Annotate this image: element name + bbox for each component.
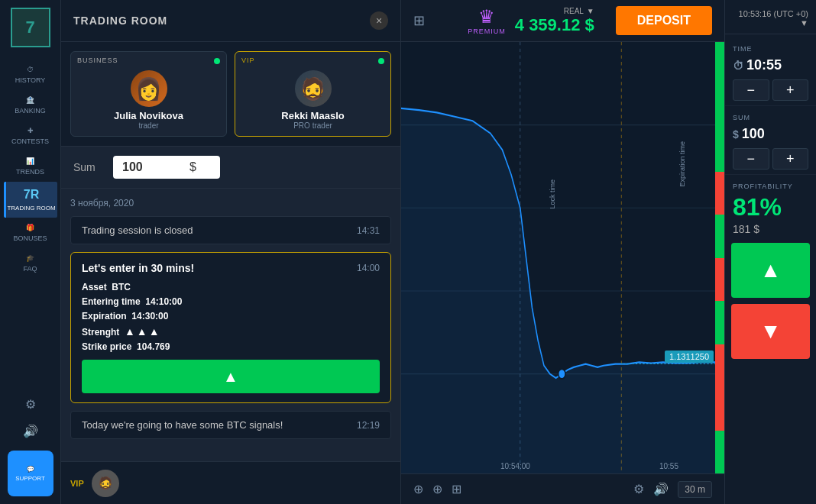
svg-point-7 bbox=[559, 369, 565, 379]
sidebar-item-label: BANKING bbox=[15, 107, 46, 115]
closed-time: 14:31 bbox=[357, 225, 380, 236]
trader-card-business[interactable]: BUSINESS 👩 Julia Novikova trader bbox=[70, 51, 227, 137]
center-info: ♛ PREMIUM REAL ▼ 4 359.12 $ DEPOSIT bbox=[468, 6, 712, 35]
support-label: SUPPORT bbox=[15, 475, 45, 482]
strength-label: Strenght bbox=[82, 327, 119, 338]
time-section: TIME ⏱ 10:55 − + bbox=[725, 37, 816, 106]
bottom-left-controls: ⊕ ⊕ ⊞ bbox=[413, 482, 461, 496]
profit-percent: 81% bbox=[733, 193, 808, 221]
profit-amount: 181 $ bbox=[733, 223, 808, 235]
signal-card: Let's enter in 30 mins! 14:00 Asset BTC … bbox=[70, 252, 391, 403]
clock-icon: ⏱ bbox=[733, 60, 743, 72]
sum-controls: − + bbox=[733, 148, 808, 170]
messages-area: 3 ноября, 2020 Trading session is closed… bbox=[61, 189, 400, 461]
chart-wrapper: Lock time Expiration time 1.1311250 10:5… bbox=[401, 42, 724, 473]
sum-increase-button[interactable]: + bbox=[772, 148, 809, 170]
expiration-label: Expiration bbox=[82, 311, 127, 321]
clock-display[interactable]: 10:53:16 (UTC +0) ▼ bbox=[725, 6, 816, 34]
trader-role-rekki: PRO trader bbox=[293, 121, 332, 130]
deposit-button[interactable]: DEPOSIT bbox=[616, 6, 712, 35]
sidebar-item-contests[interactable]: ✚ CONTESTS bbox=[4, 121, 57, 151]
settings-icon[interactable]: ⚙ bbox=[25, 397, 36, 412]
strike-detail: Strike price 104.769 bbox=[82, 341, 380, 352]
sidebar: 7 ⏱ HISTORY 🏦 BANKING ✚ CONTESTS 📊 TREND… bbox=[0, 0, 61, 504]
sound-icon-chart[interactable]: 🔊 bbox=[653, 482, 669, 496]
settings-icon-chart[interactable]: ⚙ bbox=[633, 482, 644, 496]
banking-icon: 🏦 bbox=[26, 96, 34, 104]
signal-title: Let's enter in 30 mins! bbox=[82, 262, 194, 274]
sidebar-item-label: HISTORY bbox=[15, 76, 46, 84]
bottom-controls: ⊕ ⊕ ⊞ ⚙ 🔊 30 m bbox=[401, 473, 724, 504]
sum-section: SUM $ 100 − + bbox=[725, 106, 816, 175]
entering-detail: Entering time 14:10:00 bbox=[82, 296, 380, 307]
signal-time: 14:00 bbox=[357, 263, 380, 273]
sidebar-item-history[interactable]: ⏱ HISTORY bbox=[4, 60, 57, 90]
logo[interactable]: 7 bbox=[11, 8, 50, 47]
sum-input[interactable] bbox=[122, 160, 183, 174]
user-thumbnail: 🧔 bbox=[92, 470, 119, 497]
trader-name-rekki: Rekki Maaslo bbox=[281, 110, 344, 121]
trader-card-vip[interactable]: VIP 🧔 Rekki Maaslo PRO trader bbox=[235, 51, 391, 137]
panel-header: TRADING ROOM × bbox=[61, 0, 400, 42]
session-closed-message: Trading session is closed 14:31 bbox=[70, 216, 391, 244]
up-arrow-icon: ▲ bbox=[223, 368, 238, 386]
sum-decrease-button[interactable]: − bbox=[733, 148, 769, 170]
time-label-left: 10:54:00 bbox=[500, 462, 530, 470]
zoom-icon[interactable]: ⊕ bbox=[432, 482, 442, 496]
sound-icon[interactable]: 🔊 bbox=[23, 424, 38, 438]
panel-title: TRADING ROOM bbox=[73, 15, 167, 27]
grid-icon[interactable]: ⊞ bbox=[413, 12, 425, 29]
support-button[interactable]: 💬 SUPPORT bbox=[8, 451, 53, 496]
asset-detail: Asset BTC bbox=[82, 282, 380, 292]
logo-text: 7 bbox=[25, 18, 34, 37]
profitability-section: PROFITABILITY 81% 181 $ bbox=[725, 175, 816, 240]
right-panel: 10:53:16 (UTC +0) ▼ TIME ⏱ 10:55 − + SUM… bbox=[724, 0, 816, 504]
vip-label: VIP bbox=[70, 479, 84, 488]
trader-cards: BUSINESS 👩 Julia Novikova trader VIP 🧔 R… bbox=[61, 42, 400, 147]
dropdown-icon[interactable]: ▼ bbox=[587, 7, 594, 15]
time-decrease-button[interactable]: − bbox=[733, 79, 769, 101]
sum-row: Sum $ bbox=[61, 147, 400, 189]
up-arrow-icon: ▲ bbox=[760, 258, 782, 283]
trade-up-button[interactable]: ▲ bbox=[731, 243, 810, 298]
dollar-icon: $ bbox=[733, 128, 739, 141]
time-label: TIME bbox=[733, 45, 808, 53]
sidebar-item-banking[interactable]: 🏦 BANKING bbox=[4, 90, 57, 121]
timeframe-selector[interactable]: 30 m bbox=[678, 481, 712, 498]
chart-svg bbox=[401, 42, 724, 473]
sum-label: Sum bbox=[73, 161, 104, 173]
trade-down-button[interactable]: ▼ bbox=[731, 304, 810, 359]
trader-name-julia: Julia Novikova bbox=[114, 110, 183, 121]
online-indicator bbox=[214, 58, 220, 64]
premium-label: PREMIUM bbox=[468, 27, 506, 35]
btc-text: Today we're going to have some BTC signa… bbox=[82, 419, 283, 431]
sidebar-item-bonuses[interactable]: 🎁 BONUSES bbox=[4, 218, 57, 248]
entering-value: 14:10:00 bbox=[145, 296, 182, 307]
balance-value: 4 359.12 $ bbox=[515, 15, 594, 35]
btc-signals-message: Today we're going to have some BTC signa… bbox=[70, 411, 391, 439]
trading-room-panel: TRADING ROOM × BUSINESS 👩 Julia Novikova… bbox=[61, 0, 401, 504]
lock-time-label: Lock time bbox=[549, 179, 556, 209]
sum-input-box[interactable]: $ bbox=[113, 156, 220, 179]
trading-room-icon: 7R bbox=[24, 188, 39, 202]
expiry-time-label: Expiration time bbox=[678, 141, 686, 187]
time-label-right: 10:55 bbox=[659, 462, 678, 470]
time-increase-button[interactable]: + bbox=[772, 79, 809, 101]
sidebar-item-faq[interactable]: 🎓 FAQ bbox=[4, 248, 57, 279]
chart-area: ⊞ ♛ PREMIUM REAL ▼ 4 359.12 $ DEPOSIT bbox=[401, 0, 724, 504]
sidebar-item-trends[interactable]: 📊 TRENDS bbox=[4, 151, 57, 182]
sidebar-item-trading-room[interactable]: 7R TRADING ROOM bbox=[4, 182, 57, 218]
support-icon: 💬 bbox=[27, 466, 34, 473]
time-controls: − + bbox=[733, 79, 808, 101]
expand-icon[interactable]: ⊞ bbox=[452, 482, 461, 496]
close-button[interactable]: × bbox=[370, 11, 388, 30]
asset-value: BTC bbox=[112, 282, 131, 292]
strike-label: Strike price bbox=[82, 341, 131, 352]
bonuses-icon: 🎁 bbox=[26, 224, 34, 231]
crosshair-icon[interactable]: ⊕ bbox=[413, 482, 423, 496]
history-icon: ⏱ bbox=[27, 66, 34, 73]
sidebar-bottom: ⚙ 🔊 💬 SUPPORT bbox=[8, 397, 53, 496]
signal-up-button[interactable]: ▲ bbox=[82, 360, 380, 393]
entering-label: Entering time bbox=[82, 296, 141, 307]
signal-header: Let's enter in 30 mins! 14:00 bbox=[82, 262, 380, 274]
